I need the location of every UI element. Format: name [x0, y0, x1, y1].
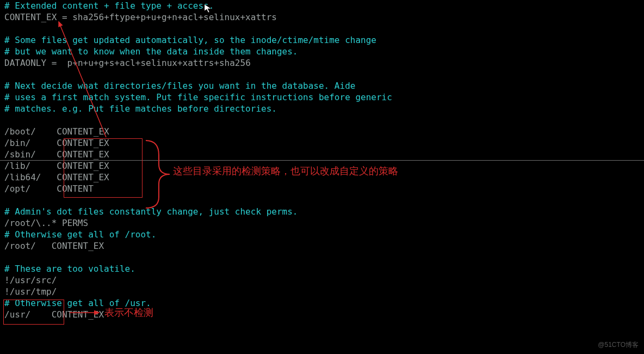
- terminal-screenshot: # Extended content + file type + access.…: [0, 0, 644, 354]
- rule-line: /root/ CONTENT_EX: [4, 241, 104, 251]
- comment-line: # Admin's dot files constantly change, j…: [4, 206, 298, 217]
- annotation-nocheck: 表示不检测: [104, 307, 153, 319]
- def-dataonly-vals: p+n+u+g+s+acl+selinux+xattrs+sha256: [67, 58, 251, 68]
- rule-line: /usr/ CONTENT_EX: [4, 309, 104, 320]
- def-dataonly-pre: DATAONLY =: [4, 58, 62, 68]
- rule-line: /boot/ CONTENT_EX: [4, 126, 109, 137]
- def-content-ex: CONTENT_EX = sha256+ftype+p+u+g+n+acl+se…: [4, 12, 277, 22]
- watermark: @51CTO博客: [598, 339, 639, 351]
- comment-line: # Next decide what directories/files you…: [4, 81, 355, 91]
- comment-line: # Otherwise get all of /root.: [4, 229, 156, 240]
- rule-line: /bin/ CONTENT_EX: [4, 138, 109, 148]
- annotation-strategy: 这些目录采用的检测策略，也可以改成自定义的策略: [173, 166, 398, 177]
- rule-line: /sbin/ CONTENT_EX: [4, 149, 109, 160]
- comment-line: # uses a first match system. Put file sp…: [4, 92, 392, 102]
- rule-line: /lib64/ CONTENT_EX: [4, 172, 109, 182]
- horizontal-divider: [0, 160, 644, 161]
- comment-line: # Some files get updated automatically, …: [4, 35, 376, 45]
- rule-line: !/usr/src/: [4, 275, 57, 285]
- comment-line: # but we want to know when the data insi…: [4, 46, 298, 57]
- comment-line: # These are too volatile.: [4, 264, 135, 274]
- rule-line: /opt/ CONTENT: [4, 184, 94, 194]
- rule-line: !/usr/tmp/: [4, 286, 57, 297]
- rule-line: /root/\..* PERMS: [4, 218, 88, 228]
- comment-line: # matches. e.g. Put file matches before …: [4, 103, 277, 114]
- comment-line: # Extended content + file type + access.: [4, 1, 214, 11]
- rule-line: /lib/ CONTENT_EX: [4, 161, 109, 171]
